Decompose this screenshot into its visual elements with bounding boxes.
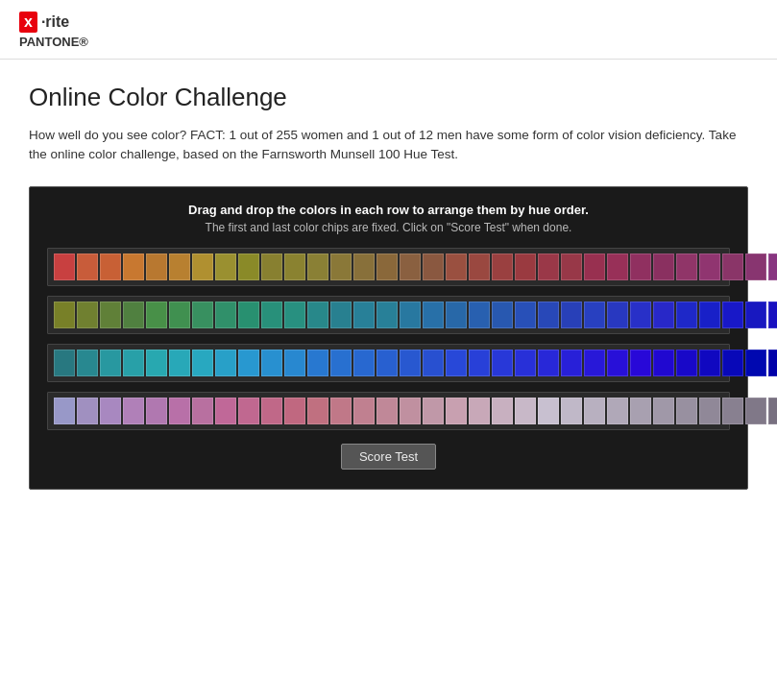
color-chip-r2-c24[interactable] [584, 302, 605, 328]
color-chip-r4-c2[interactable] [77, 398, 98, 424]
color-chip-r2-c4[interactable] [123, 302, 144, 328]
color-chip-r1-c28[interactable] [676, 253, 697, 280]
color-chip-r1-c22[interactable] [538, 253, 559, 280]
color-chip-r1-c17[interactable] [423, 253, 444, 280]
color-chip-r2-c14[interactable] [353, 302, 375, 328]
color-chip-r4-c12[interactable] [307, 398, 328, 424]
color-chip-r1-c27[interactable] [653, 253, 674, 280]
color-chip-r2-c23[interactable] [561, 302, 582, 328]
color-chip-r2-c13[interactable] [330, 302, 352, 328]
color-chip-r1-c12[interactable] [307, 253, 328, 280]
color-chip-r3-c22[interactable] [538, 350, 559, 376]
color-chip-r1-c30[interactable] [722, 253, 743, 280]
color-chip-r1-c8[interactable] [215, 253, 236, 280]
color-chip-r1-c18[interactable] [446, 253, 467, 280]
color-chip-r4-c24[interactable] [584, 398, 605, 424]
score-test-button[interactable]: Score Test [341, 444, 436, 470]
color-chip-r2-c18[interactable] [446, 302, 467, 328]
color-chip-r3-c9[interactable] [238, 350, 259, 376]
color-chip-r2-c22[interactable] [538, 302, 559, 328]
color-chip-r3-c26[interactable] [630, 350, 651, 376]
color-chip-r2-c7[interactable] [192, 302, 213, 328]
color-chip-r3-c30[interactable] [722, 350, 743, 376]
color-chip-r3-c19[interactable] [469, 350, 490, 376]
color-chip-r3-c32[interactable] [768, 350, 777, 376]
color-chip-r4-c27[interactable] [653, 398, 674, 424]
color-chip-r1-c9[interactable] [238, 253, 259, 280]
color-chip-r3-c29[interactable] [699, 350, 720, 376]
color-chip-r3-c21[interactable] [515, 350, 536, 376]
color-chip-r2-c3[interactable] [100, 302, 121, 328]
color-chip-r3-c13[interactable] [330, 350, 352, 376]
color-chip-r4-c30[interactable] [722, 398, 743, 424]
color-chip-r2-c27[interactable] [653, 302, 674, 328]
color-chip-r4-c5[interactable] [146, 398, 167, 424]
color-chip-r1-c20[interactable] [492, 253, 513, 280]
color-chip-r3-c25[interactable] [607, 350, 628, 376]
color-chip-r3-c17[interactable] [423, 350, 444, 376]
color-chip-r3-c14[interactable] [353, 350, 375, 376]
color-chip-r2-c16[interactable] [400, 302, 421, 328]
color-chip-r1-c4[interactable] [123, 253, 144, 280]
color-chip-r4-c22[interactable] [538, 398, 559, 424]
color-chip-r4-c9[interactable] [238, 398, 259, 424]
color-chip-r1-c11[interactable] [284, 253, 305, 280]
color-chip-r1-c23[interactable] [561, 253, 582, 280]
color-chip-r3-c15[interactable] [376, 350, 398, 376]
color-chip-r2-c8[interactable] [215, 302, 236, 328]
color-chip-r4-c6[interactable] [169, 398, 190, 424]
color-chip-r1-c19[interactable] [469, 253, 490, 280]
color-chip-r3-c4[interactable] [123, 350, 144, 376]
color-chip-r4-c14[interactable] [353, 398, 375, 424]
color-chip-r2-c11[interactable] [284, 302, 305, 328]
color-chip-r2-c10[interactable] [261, 302, 282, 328]
color-chip-r4-c4[interactable] [123, 398, 144, 424]
color-chip-r1-c7[interactable] [192, 253, 213, 280]
color-chip-r2-c28[interactable] [676, 302, 697, 328]
color-chip-r4-c29[interactable] [699, 398, 720, 424]
color-chip-r4-c10[interactable] [261, 398, 282, 424]
color-chip-r2-c9[interactable] [238, 302, 259, 328]
color-chip-r1-c16[interactable] [400, 253, 421, 280]
color-chip-r1-c5[interactable] [146, 253, 167, 280]
color-chip-r1-c13[interactable] [330, 253, 352, 280]
color-chip-r3-c5[interactable] [146, 350, 167, 376]
color-chip-r1-c2[interactable] [77, 253, 98, 280]
color-chip-r1-c6[interactable] [169, 253, 190, 280]
color-chip-r3-c31[interactable] [745, 350, 766, 376]
color-chip-r2-c25[interactable] [607, 302, 628, 328]
color-chip-r2-c19[interactable] [469, 302, 490, 328]
color-chip-r3-c18[interactable] [446, 350, 467, 376]
color-chip-r4-c8[interactable] [215, 398, 236, 424]
color-chip-r4-c19[interactable] [469, 398, 490, 424]
color-chip-r4-c13[interactable] [330, 398, 352, 424]
color-chip-r4-c28[interactable] [676, 398, 697, 424]
color-chip-r2-c12[interactable] [307, 302, 328, 328]
color-chip-r1-c14[interactable] [353, 253, 375, 280]
color-chip-r2-c29[interactable] [699, 302, 720, 328]
color-chip-r4-c3[interactable] [100, 398, 121, 424]
color-chip-r4-c20[interactable] [492, 398, 513, 424]
color-chip-r3-c16[interactable] [400, 350, 421, 376]
color-chip-r1-c24[interactable] [584, 253, 605, 280]
color-chip-r4-c7[interactable] [192, 398, 213, 424]
color-chip-r2-c2[interactable] [77, 302, 98, 328]
color-chip-r2-c26[interactable] [630, 302, 651, 328]
color-chip-r3-c8[interactable] [215, 350, 236, 376]
color-chip-r4-c16[interactable] [400, 398, 421, 424]
color-chip-r3-c7[interactable] [192, 350, 213, 376]
color-chip-r3-c2[interactable] [77, 350, 98, 376]
color-chip-r1-c3[interactable] [100, 253, 121, 280]
color-chip-r4-c23[interactable] [561, 398, 582, 424]
color-chip-r3-c3[interactable] [100, 350, 121, 376]
color-chip-r3-c10[interactable] [261, 350, 282, 376]
color-chip-r2-c31[interactable] [745, 302, 766, 328]
color-chip-r1-c21[interactable] [515, 253, 536, 280]
color-chip-r2-c5[interactable] [146, 302, 167, 328]
color-chip-r2-c21[interactable] [515, 302, 536, 328]
color-chip-r3-c23[interactable] [561, 350, 582, 376]
color-chip-r1-c15[interactable] [376, 253, 398, 280]
color-chip-r4-c17[interactable] [423, 398, 444, 424]
color-chip-r1-c25[interactable] [607, 253, 628, 280]
color-chip-r1-c32[interactable] [768, 253, 777, 280]
